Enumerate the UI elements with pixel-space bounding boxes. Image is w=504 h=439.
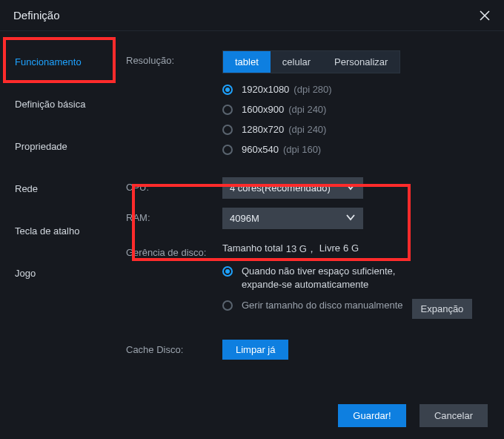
- resolution-option-dpi: (dpi 280): [294, 84, 331, 95]
- expand-button[interactable]: Expanção: [412, 299, 473, 319]
- resolution-option-label: 960x540: [242, 144, 279, 155]
- clear-cache-button[interactable]: Limpar já: [222, 340, 288, 360]
- disk-option-text: Gerir tamanho do disco manualmente: [242, 299, 403, 312]
- chevron-down-icon: [345, 182, 356, 194]
- cache-label: Cache Disco:: [126, 340, 222, 355]
- sidebar-item-game[interactable]: Jogo: [0, 259, 119, 288]
- ram-label: RAM:: [126, 208, 222, 223]
- radio-icon: [222, 145, 233, 155]
- sidebar-item-performance[interactable]: Funcionamento: [0, 47, 119, 76]
- disk-option-auto[interactable]: Quando não tiver espaço suficiente, expa…: [222, 265, 491, 291]
- cpu-select-value: 4 cores(Recomendado): [230, 182, 331, 194]
- resolution-option-label: 1280x720: [242, 124, 284, 135]
- tab-mobile[interactable]: celular: [271, 51, 322, 73]
- sidebar-item-property[interactable]: Propriedade: [0, 132, 119, 161]
- resolution-option-0[interactable]: 1920x1080 (dpi 280): [222, 84, 491, 95]
- sidebar-item-basic[interactable]: Definição básica: [0, 90, 119, 119]
- disk-label: Gerência de disco:: [126, 242, 222, 258]
- resolution-option-label: 1920x1080: [242, 84, 289, 95]
- window-title: Definição: [13, 9, 60, 22]
- save-button[interactable]: Guardar!: [338, 404, 406, 427]
- resolution-option-1[interactable]: 1600x900 (dpi 240): [222, 104, 491, 115]
- resolution-option-dpi: (dpi 160): [283, 144, 321, 155]
- chevron-down-icon: [345, 212, 356, 225]
- resolution-option-2[interactable]: 1280x720 (dpi 240): [222, 124, 491, 135]
- close-icon[interactable]: [474, 5, 495, 26]
- radio-icon: [222, 85, 233, 95]
- sidebar-item-network[interactable]: Rede: [0, 174, 119, 203]
- resolution-label: Resolução:: [126, 50, 222, 66]
- cancel-button[interactable]: Cancelar: [420, 404, 488, 427]
- tab-tablet[interactable]: tablet: [223, 51, 271, 73]
- cpu-label: CPU:: [126, 177, 222, 193]
- resolution-option-dpi: (dpi 240): [288, 104, 326, 115]
- radio-icon: [222, 266, 233, 277]
- disk-option-text: Quando não tiver espaço suficiente, expa…: [242, 265, 412, 291]
- resolution-option-label: 1600x900: [242, 104, 284, 115]
- disk-option-manual[interactable]: Gerir tamanho do disco manualmente Expan…: [222, 299, 491, 319]
- tab-custom[interactable]: Personalizar: [322, 51, 399, 73]
- ram-select[interactable]: 4096M: [222, 208, 363, 229]
- sidebar-item-shortcut[interactable]: Tecla de atalho: [0, 217, 119, 245]
- ram-select-value: 4096M: [230, 213, 259, 224]
- radio-icon: [222, 105, 233, 115]
- resolution-tabstrip: tablet celular Personalizar: [222, 50, 400, 73]
- radio-icon: [222, 125, 233, 135]
- sidebar: Funcionamento Definição básica Proprieda…: [0, 31, 119, 402]
- disk-status: Tamanho total 13 G， Livre 6 G: [222, 242, 491, 256]
- cpu-select[interactable]: 4 cores(Recomendado): [222, 177, 363, 199]
- resolution-option-dpi: (dpi 240): [288, 124, 326, 135]
- resolution-option-3[interactable]: 960x540 (dpi 160): [222, 144, 491, 155]
- radio-icon: [222, 300, 233, 311]
